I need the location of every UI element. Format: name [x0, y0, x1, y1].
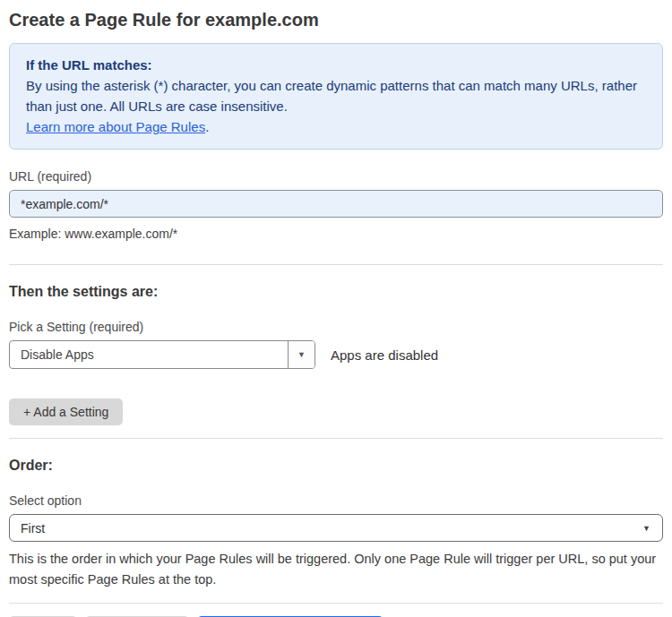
- setting-dropdown-arrow-button[interactable]: ▼: [288, 341, 314, 368]
- setting-status-text: Apps are disabled: [331, 347, 438, 363]
- caret-down-icon: ▼: [297, 350, 306, 359]
- url-input[interactable]: [9, 190, 663, 218]
- page-title: Create a Page Rule for example.com: [9, 8, 663, 31]
- info-box-link-line: Learn more about Page Rules.: [26, 116, 646, 137]
- order-select-value: First: [21, 521, 45, 536]
- settings-section-heading: Then the settings are:: [9, 284, 663, 300]
- link-suffix: .: [205, 119, 209, 134]
- order-helper-text: This is the order in which your Page Rul…: [9, 549, 658, 590]
- page-rule-form: Create a Page Rule for example.com If th…: [0, 0, 672, 617]
- info-box-body: By using the asterisk (*) character, you…: [26, 75, 646, 116]
- order-section-heading: Order:: [9, 458, 663, 474]
- divider: [9, 264, 663, 265]
- divider: [9, 603, 663, 604]
- caret-down-icon: ▼: [642, 524, 650, 533]
- url-example-helper: Example: www.example.com/*: [9, 224, 663, 244]
- select-option-label: Select option: [9, 493, 663, 508]
- url-field-label: URL (required): [9, 169, 663, 184]
- url-match-info-box: If the URL matches: By using the asteris…: [9, 43, 663, 150]
- order-select[interactable]: First ▼: [9, 514, 663, 542]
- setting-dropdown-value: Disable Apps: [10, 341, 288, 368]
- add-setting-button[interactable]: + Add a Setting: [9, 398, 123, 425]
- divider: [9, 438, 663, 439]
- learn-more-link[interactable]: Learn more about Page Rules: [26, 119, 205, 134]
- info-box-heading: If the URL matches:: [26, 55, 646, 75]
- setting-dropdown[interactable]: Disable Apps ▼: [9, 340, 315, 369]
- setting-row: Disable Apps ▼ Apps are disabled: [9, 340, 663, 369]
- pick-setting-label: Pick a Setting (required): [9, 320, 663, 334]
